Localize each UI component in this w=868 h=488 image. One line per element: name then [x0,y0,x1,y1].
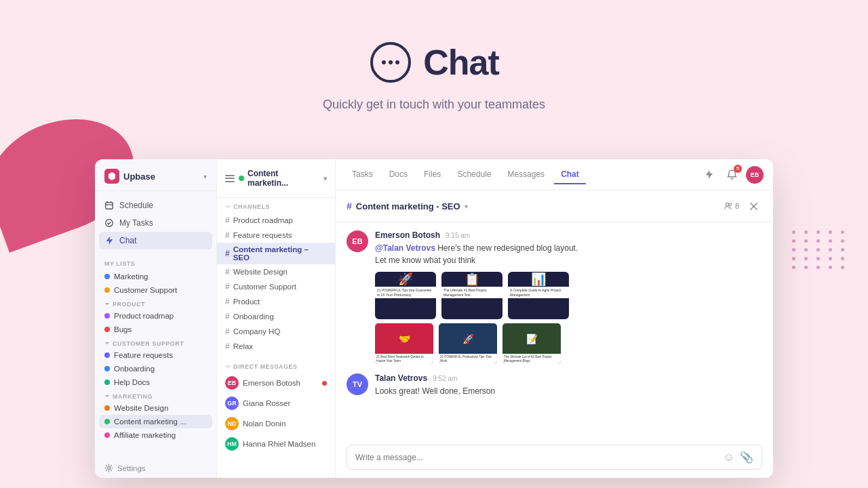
tab-docs[interactable]: Docs [382,165,414,184]
sidebar-item-featurerequests[interactable]: Feature requests [95,348,216,362]
hash-icon: # [225,216,230,225]
hamburger-menu-icon[interactable] [225,175,235,182]
dm-label: Hanna Rhiel Madsen [243,440,315,448]
circle-check-icon [104,218,114,228]
hash-icon: # [225,312,230,321]
channel-content-marketing-seo[interactable]: # Content marketing – SEO [217,243,335,264]
channel-hash-icon: # [347,201,352,211]
sidebar-item-contentmarketing[interactable]: Content marketing ... [99,415,212,428]
tab-schedule[interactable]: Schedule [450,165,498,184]
blog-preview-row1: 🚀 21 POWERFUL Tips that Guarantee to 2X … [375,272,762,319]
sidebar: Upbase ▾ Schedule My Tasks Chat My Lists… [95,159,217,478]
group-product-toggle[interactable]: PRODUCT [95,297,216,309]
blog-card-sm-caption: The Ultimate List of 61 Best Project Man… [502,354,561,364]
tab-tasks[interactable]: Tasks [345,165,380,184]
sidebar-item-schedule[interactable]: Schedule [95,197,216,214]
channel-label: Content marketing – SEO [233,245,327,262]
channel-feature-requests[interactable]: # Feature requests [217,228,335,243]
message-input[interactable] [355,453,718,462]
sidebar-label-chat: Chat [119,236,136,245]
notifications-button[interactable]: 5 [723,166,741,184]
channel-product-roadmap[interactable]: # Product roadmap [217,213,335,228]
hash-icon: # [225,297,230,306]
logo-icon [104,169,119,184]
svg-point-2 [389,60,393,64]
tab-chat[interactable]: Chat [554,165,586,184]
chevron-down-icon [104,341,110,346]
onboarding-dot [104,366,110,371]
sidebar-item-bugs[interactable]: Bugs [95,323,216,336]
chat-bubble-icon [369,41,412,84]
lightning-button[interactable] [700,166,717,184]
sidebar-item-websitedesign[interactable]: Website Design [95,401,216,415]
sidebar-item-marketing[interactable]: Marketing [95,270,216,283]
message-1: EB Emerson Botosh 9:15 am @Talan Vetrovs… [347,230,762,364]
sidebar-item-customersupport[interactable]: Customer Support [95,283,216,297]
workspace-selector[interactable]: Content marketin... ▾ [239,169,327,188]
sidebar-item-product-roadmap[interactable]: Product roadmap [95,309,216,323]
dm-emerson-botosh[interactable]: EB Emerson Botosh [217,373,335,393]
logo[interactable]: Upbase [104,169,155,184]
channel-company-hq[interactable]: # Company HQ [217,324,335,339]
featurerequests-dot [104,352,110,358]
dm-nolan-donin[interactable]: ND Nolan Donin [217,413,335,434]
tab-files[interactable]: Files [417,165,448,184]
affiliatemarketing-label: Affiliate marketing [114,431,176,439]
blog-card-1: 🚀 21 POWERFUL Tips that Guarantee to 2X … [375,272,436,319]
main-tabs: Tasks Docs Files Schedule Messages Chat [345,165,700,184]
channel-label: Website Design [233,268,288,276]
dm-avatar: HM [225,437,239,451]
contentmarketing-label: Content marketing ... [114,418,186,426]
sidebar-header: Upbase ▾ [95,159,216,191]
dm-giana-rosser[interactable]: GR Giana Rosser [217,393,335,413]
group-marketing-toggle[interactable]: MARKETING [95,389,216,401]
onboarding-label: Onboarding [114,365,155,373]
app-window: Upbase ▾ Schedule My Tasks Chat My Lists… [95,159,773,478]
sidebar-item-onboarding[interactable]: Onboarding [95,362,216,375]
channel-website-design[interactable]: # Website Design [217,264,335,279]
customersupport-dot [104,287,110,293]
marketing-label: Marketing [114,272,149,281]
main-area: Tasks Docs Files Schedule Messages Chat … [336,159,773,478]
channel-customer-support[interactable]: # Customer Support [217,279,335,294]
chat-header-actions: 8 [724,197,762,215]
dm-label: Giana Rosser [243,399,290,407]
chevron-down-icon [104,394,110,399]
helpdocs-dot [104,380,110,385]
attachment-button[interactable]: 📎 [740,451,753,464]
chevron-down-icon [225,364,231,369]
channel-label: Company HQ [233,327,281,336]
channel-relax[interactable]: # Relax [217,339,335,354]
sidebar-item-mytasks[interactable]: My Tasks [95,214,216,232]
settings-label: Settings [117,464,146,472]
sidebar-item-helpdocs[interactable]: Help Docs [95,375,216,389]
dm-avatar: EB [225,376,239,390]
productroadmap-label: Product roadmap [114,312,174,320]
group-customersupport-toggle[interactable]: CUSTOMER SUPPORT [95,336,216,348]
main-topbar: Tasks Docs Files Schedule Messages Chat … [336,159,773,190]
channel-onboarding[interactable]: # Onboarding [217,309,335,324]
dm-hanna-rhiel-madsen[interactable]: HM Hanna Rhiel Madsen [217,434,335,454]
blog-card-caption: 21 POWERFUL Tips that Guarantee to 2X Yo… [375,287,436,298]
emoji-button[interactable]: ☺ [724,451,734,464]
chat-input-area: ☺ 📎 [336,438,773,478]
sidebar-item-affiliatemarketing[interactable]: Affiliate marketing [95,428,216,442]
members-icon [724,202,732,210]
svg-point-6 [107,466,110,469]
blog-card-caption: The Ultimate #1 Best Project Management … [441,287,502,298]
channel-dropdown-icon[interactable]: ▾ [465,203,468,210]
hash-icon: # [225,282,230,291]
channel-header: Content marketin... ▾ [217,159,335,198]
close-chat-button[interactable] [745,197,762,215]
sidebar-item-chat[interactable]: Chat [99,232,212,249]
message-content: Talan Vetrovs 9:52 am Looks great! Well … [375,373,762,397]
message-avatar: TV [347,373,368,395]
tab-messages[interactable]: Messages [500,165,551,184]
message-content: Emerson Botosh 9:15 am @Talan Vetrovs He… [375,230,762,364]
dm-avatar: ND [225,417,239,430]
chat-input-wrap: ☺ 📎 [347,445,762,470]
channel-product[interactable]: # Product [217,294,335,309]
settings-link[interactable]: Settings [104,464,146,472]
user-avatar[interactable]: EB [746,166,764,184]
chevron-down-icon[interactable]: ▾ [203,173,207,180]
